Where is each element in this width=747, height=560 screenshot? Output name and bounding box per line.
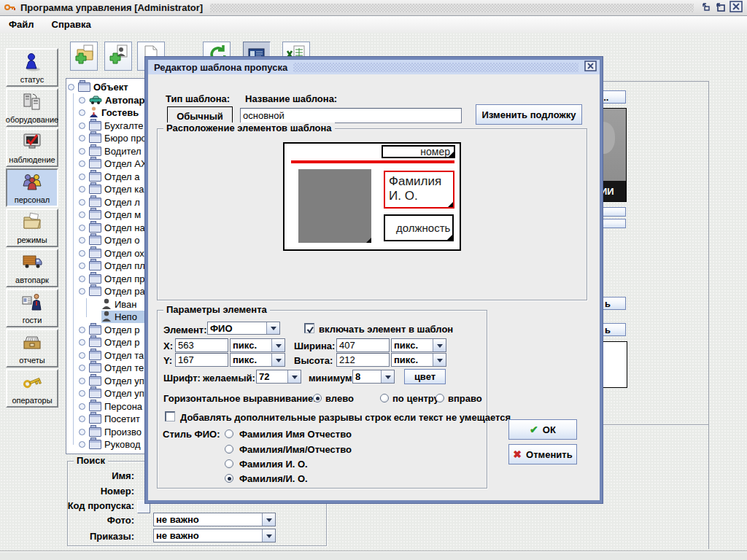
height-units-select[interactable]: пикс. — [391, 353, 446, 367]
chevron-down-icon[interactable] — [262, 513, 275, 526]
tree-expand-handle[interactable] — [79, 352, 85, 359]
tree-item[interactable]: Персона — [79, 400, 142, 413]
sidebar-item-monitoring[interactable]: наблюдение — [6, 128, 58, 167]
x-units-select[interactable]: пикс. — [230, 338, 285, 352]
tree-item[interactable]: Отдел р — [79, 336, 139, 349]
tree-expand-handle[interactable] — [79, 378, 85, 384]
tree-item[interactable]: Гостевь — [79, 106, 139, 119]
close-icon[interactable] — [729, 1, 743, 15]
ok-button[interactable]: ✔ ОК — [508, 419, 577, 440]
tree-item-person[interactable]: Иван — [101, 298, 137, 311]
sidebar-item-guests[interactable]: гости — [6, 289, 58, 327]
tree-expand-handle[interactable] — [79, 148, 85, 155]
toolbar-add-person-button[interactable] — [104, 42, 132, 71]
element-select[interactable]: ФИО — [207, 322, 280, 335]
tree-item[interactable]: Отдел р — [79, 324, 139, 336]
preview-number-element[interactable]: номер — [382, 145, 455, 158]
tree-item-root[interactable]: Объект — [68, 81, 128, 93]
tree-item[interactable]: Отдел та — [79, 349, 144, 362]
tree-expand-handle[interactable] — [79, 237, 85, 244]
tree-expand-handle[interactable] — [79, 225, 85, 231]
tree-item[interactable]: Отдел а — [79, 171, 139, 183]
tree-expand-handle[interactable] — [79, 250, 85, 257]
preview-red-line-element[interactable] — [291, 160, 454, 163]
height-input[interactable]: 212 — [336, 353, 390, 367]
include-element-checkbox[interactable] — [304, 323, 314, 333]
sidebar-item-personnel[interactable]: персонал — [6, 168, 58, 207]
tree-item[interactable]: Отдел м — [79, 209, 141, 221]
tree-expand-handle[interactable] — [79, 109, 85, 116]
tree-item[interactable]: Произво — [79, 426, 142, 438]
tree-item[interactable]: Отдел ох — [79, 247, 144, 260]
tree-expand-handle[interactable] — [79, 174, 85, 180]
cancel-button[interactable]: ✖ Отменить — [508, 444, 577, 464]
font-color-button[interactable]: цвет — [404, 369, 446, 384]
tree-item[interactable]: Отдел о — [79, 234, 139, 246]
tree-expand-handle[interactable] — [79, 262, 85, 269]
tree-item[interactable]: Отдел АХ — [79, 158, 147, 170]
preview-photo-element[interactable] — [298, 169, 371, 243]
tree-collapse-handle[interactable] — [79, 288, 85, 295]
tree-expand-handle[interactable] — [79, 403, 85, 410]
change-background-button[interactable]: Изменить подложку — [476, 104, 582, 125]
fio-style-2-radio[interactable] — [225, 445, 233, 454]
tree-item[interactable]: Посетит — [79, 413, 140, 425]
toolbar-add-folder-button[interactable] — [70, 42, 98, 71]
sidebar-item-fleet[interactable]: автопарк — [6, 249, 58, 287]
tree-item[interactable]: Водител — [79, 145, 142, 158]
tree-item[interactable]: Отдел на — [79, 222, 145, 234]
maximize-icon[interactable] — [715, 1, 726, 15]
x-input[interactable]: 563 — [175, 338, 228, 352]
chevron-down-icon[interactable] — [262, 529, 275, 542]
halign-left-radio[interactable] — [313, 394, 322, 402]
tree-expand-handle[interactable] — [79, 429, 85, 435]
minimize-icon[interactable] — [701, 1, 711, 15]
tree-expand-handle[interactable] — [79, 199, 85, 206]
fio-style-1-radio[interactable] — [225, 429, 233, 438]
preview-fio-element-selected[interactable]: ФамилияИ. О. — [384, 171, 454, 209]
sidebar-item-status[interactable]: статус — [6, 48, 58, 87]
tree-item[interactable]: Автопар — [79, 94, 144, 106]
width-units-select[interactable]: пикс. — [391, 338, 446, 352]
tree-item[interactable]: Отдел уп — [79, 375, 144, 387]
menu-file[interactable]: Файл — [0, 19, 43, 30]
tree-expand-handle[interactable] — [79, 339, 85, 346]
chevron-down-icon[interactable] — [433, 354, 446, 366]
dialog-close-icon[interactable] — [584, 61, 597, 74]
sidebar-item-modes[interactable]: режимы — [6, 209, 58, 247]
chevron-down-icon[interactable] — [271, 354, 285, 366]
pass-preview-card[interactable]: номер ФамилияИ. О. должность — [283, 142, 461, 251]
template-name-input[interactable]: основной — [240, 108, 462, 123]
preview-position-element[interactable]: должность — [384, 214, 454, 241]
tree-expand-handle[interactable] — [79, 327, 85, 333]
tree-expand-handle[interactable] — [68, 84, 74, 90]
tree-item-expanded[interactable]: Отдел ра — [79, 285, 145, 298]
fio-style-3-radio[interactable] — [225, 459, 233, 468]
halign-center-radio[interactable] — [380, 394, 389, 402]
tree-item[interactable]: Отдел уп — [79, 387, 144, 400]
dialog-titlebar[interactable]: Редактор шаблона пропуска — [148, 60, 600, 74]
sidebar-item-equipment[interactable]: оборудование — [6, 88, 58, 127]
menu-help[interactable]: Справка — [43, 19, 100, 30]
chevron-down-icon[interactable] — [287, 370, 301, 383]
tree-expand-handle[interactable] — [79, 97, 85, 104]
chevron-down-icon[interactable] — [433, 339, 446, 351]
tree-item[interactable]: Отдел пл — [79, 260, 145, 272]
tree-item[interactable]: Отдел те — [79, 362, 144, 374]
width-input[interactable]: 407 — [336, 338, 390, 352]
search-photo-select[interactable]: не важно — [153, 513, 276, 526]
halign-right-radio[interactable] — [436, 394, 444, 402]
tree-item[interactable]: Бухгалте — [79, 120, 144, 132]
tree-expand-handle[interactable] — [79, 416, 85, 422]
chevron-down-icon[interactable] — [381, 370, 394, 383]
tree-expand-handle[interactable] — [79, 276, 85, 282]
tree-expand-handle[interactable] — [79, 390, 85, 397]
search-orders-select[interactable]: не важно — [153, 529, 276, 542]
sidebar-item-reports[interactable]: отчеты — [6, 329, 58, 368]
tree-expand-handle[interactable] — [79, 441, 85, 448]
tree-expand-handle[interactable] — [79, 186, 85, 192]
chevron-down-icon[interactable] — [266, 322, 279, 334]
tree-expand-handle[interactable] — [79, 135, 85, 141]
tree-item[interactable]: Отдел л — [79, 196, 140, 209]
tree-expand-handle[interactable] — [79, 122, 85, 129]
